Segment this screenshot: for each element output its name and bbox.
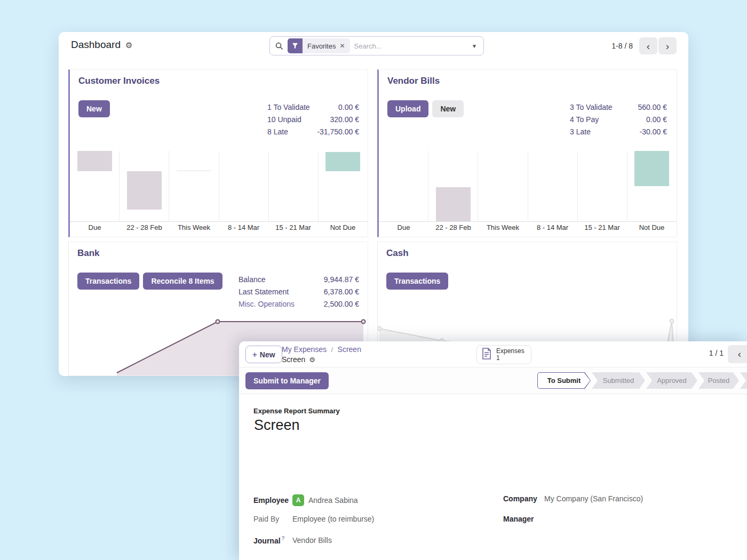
stat-late[interactable]: 3 Late -30.00 € <box>570 126 667 138</box>
summary-field-label: Expense Report Summary <box>253 407 340 415</box>
facet-label: Favorites <box>303 42 339 50</box>
bar-due <box>77 151 112 171</box>
vendor-bills-bar-chart[interactable] <box>379 151 677 222</box>
breadcrumb-my-expenses[interactable]: My Expenses <box>282 345 327 354</box>
status-submitted[interactable]: Submitted <box>592 372 645 389</box>
status-done[interactable]: Done <box>740 372 747 389</box>
gear-icon[interactable]: ⚙ <box>125 41 132 49</box>
statusbar: Submit to Manager To Submit Submitted Ap… <box>239 367 747 394</box>
field-employee[interactable]: Employee A Andrea Sabina <box>253 494 358 506</box>
stat-to-pay[interactable]: 4 To Pay 0.00 € <box>570 114 667 126</box>
breadcrumb: My Expenses / Screen Screen ⚙ <box>282 344 361 365</box>
dashboard-pager: 1-8 / 8 ‹ › <box>611 37 677 54</box>
filter-icon <box>288 38 303 53</box>
record-pager-count: 1 / 1 <box>709 349 724 357</box>
search-bar[interactable]: Favorites ✕ ▼ <box>269 36 484 55</box>
expenses-smart-button[interactable]: Expenses 1 <box>476 345 531 364</box>
field-journal[interactable]: Journal? Vendor Bills <box>253 535 332 545</box>
chevron-left-icon[interactable]: ‹ <box>639 37 657 54</box>
status-approved[interactable]: Approved <box>646 372 697 389</box>
chevron-right-icon[interactable]: › <box>658 37 677 54</box>
stat-to-validate[interactable]: 3 To Validate 560.00 € <box>570 101 667 114</box>
expense-control-panel: + New My Expenses / Screen Screen ⚙ Expe… <box>239 341 747 367</box>
card-vendor-bills[interactable]: Vendor Bills Upload New 3 To Validate 56… <box>377 69 677 237</box>
stat-last-statement: Last Statement 6,378.00 € <box>239 286 359 298</box>
accounting-dashboard-window: Dashboard ⚙ Favorites ✕ ▼ 1-8 / 8 ‹ › <box>59 32 688 376</box>
bar-not-due <box>634 151 669 186</box>
card-title[interactable]: Vendor Bills <box>387 76 440 86</box>
bar-this-week <box>177 170 211 171</box>
cash-transactions-button[interactable]: Transactions <box>386 273 448 290</box>
customer-invoices-bar-chart[interactable] <box>70 151 368 222</box>
new-bill-button[interactable]: New <box>432 100 464 117</box>
bar-22-28-feb <box>436 187 471 221</box>
pager-count: 1-8 / 8 <box>611 42 633 50</box>
search-facet-favorites[interactable]: Favorites ✕ <box>288 38 350 53</box>
reconcile-button[interactable]: Reconcile 8 Items <box>143 273 222 290</box>
bar-not-due <box>325 152 360 171</box>
submit-to-manager-button[interactable]: Submit to Manager <box>245 372 329 389</box>
field-company[interactable]: Company My Company (San Francisco) <box>503 494 643 503</box>
avatar: A <box>292 494 304 506</box>
x-axis-labels: Due 22 - 28 Feb This Week 8 - 14 Mar 15 … <box>70 223 368 231</box>
control-panel: Dashboard ⚙ Favorites ✕ ▼ 1-8 / 8 ‹ › <box>59 32 688 60</box>
expense-report-window: + New My Expenses / Screen Screen ⚙ Expe… <box>239 341 747 560</box>
upload-bill-button[interactable]: Upload <box>387 100 428 117</box>
document-icon <box>481 348 492 362</box>
breadcrumb-current[interactable]: Screen <box>338 345 361 354</box>
status-to-submit[interactable]: To Submit <box>537 372 591 389</box>
bank-transactions-button[interactable]: Transactions <box>77 273 139 290</box>
card-customer-invoices[interactable]: Customer Invoices New 1 To Validate 0.00… <box>68 69 368 237</box>
search-input[interactable] <box>350 42 465 50</box>
stat-misc-operations[interactable]: Misc. Operations 2,500.00 € <box>239 298 359 310</box>
field-paid-by[interactable]: Paid By Employee (to reimburse) <box>253 515 374 523</box>
close-icon[interactable]: ✕ <box>339 42 349 50</box>
card-title[interactable]: Cash <box>386 248 409 259</box>
stat-to-validate[interactable]: 1 To Validate 0.00 € <box>267 101 359 114</box>
smart-button-count: 1 <box>496 355 525 362</box>
bar-22-28-feb <box>127 171 162 210</box>
smart-button-label: Expenses <box>496 348 525 355</box>
card-title[interactable]: Bank <box>77 248 100 259</box>
summary-field-value[interactable]: Screen <box>254 417 300 434</box>
caret-down-icon[interactable]: ▼ <box>465 37 483 55</box>
page-title: Dashboard ⚙ <box>71 39 132 51</box>
card-title[interactable]: Customer Invoices <box>78 76 160 86</box>
stat-late[interactable]: 8 Late -31,750.00 € <box>267 126 359 138</box>
x-axis-labels: Due 22 - 28 Feb This Week 8 - 14 Mar 15 … <box>379 223 677 231</box>
gear-icon[interactable]: ⚙ <box>309 356 315 363</box>
new-expense-button[interactable]: + New <box>245 346 282 363</box>
status-pipeline: To Submit Submitted Approved Posted Done <box>536 372 747 389</box>
stat-unpaid[interactable]: 10 Unpaid 320.00 € <box>267 114 359 126</box>
plus-icon: + <box>252 350 257 359</box>
search-icon <box>275 42 283 50</box>
new-invoice-button[interactable]: New <box>78 100 110 117</box>
status-posted[interactable]: Posted <box>698 372 739 389</box>
stat-balance: Balance 9,944.87 € <box>239 274 359 286</box>
field-manager[interactable]: Manager <box>503 515 544 523</box>
help-icon: ? <box>282 535 285 541</box>
chevron-left-icon[interactable]: ‹ <box>728 345 747 363</box>
page-title-text: Dashboard <box>71 39 121 51</box>
record-title: Screen <box>282 355 305 365</box>
